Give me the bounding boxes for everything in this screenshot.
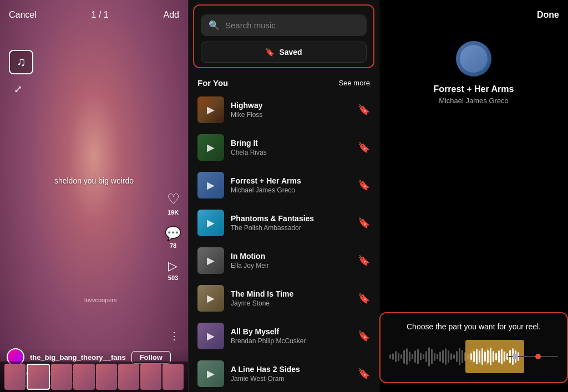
music-list-item[interactable]: ▶In MotionElla Joy Meir🔖 bbox=[189, 242, 379, 279]
bookmark-icon[interactable]: 🔖 bbox=[358, 368, 370, 380]
song-thumbnail: ▶ bbox=[197, 323, 224, 349]
avatar-inner bbox=[460, 45, 488, 73]
done-button[interactable]: Done bbox=[537, 10, 559, 20]
bookmark-icon[interactable]: 🔖 bbox=[358, 217, 370, 229]
edit-song-title: Forrest + Her Arms bbox=[434, 84, 514, 94]
music-note-icon: ♫ bbox=[17, 55, 26, 69]
song-title: All By Myself bbox=[231, 327, 351, 336]
waveform-container[interactable] bbox=[389, 340, 558, 373]
cancel-button[interactable]: Cancel bbox=[9, 10, 37, 20]
song-thumbnail: ▶ bbox=[197, 247, 224, 274]
song-thumbnail: ▶ bbox=[197, 285, 224, 312]
username: the_big_bang_theory__fans bbox=[30, 353, 126, 362]
song-title: The Mind Is Time bbox=[231, 289, 351, 298]
share-count: 503 bbox=[168, 274, 178, 281]
song-artist: Jayme Stone bbox=[231, 299, 351, 307]
song-artist: Ella Joy Meir bbox=[231, 262, 351, 269]
music-list: ▶HighwayMike Floss🔖▶Bring ItChela Rivas🔖… bbox=[189, 91, 379, 392]
comment-count: 78 bbox=[170, 242, 176, 249]
bookmark-icon[interactable]: 🔖 bbox=[358, 254, 370, 267]
search-bar[interactable]: 🔍 Search music bbox=[201, 14, 367, 36]
expand-arrows-icon: ⤢ bbox=[14, 83, 22, 95]
play-icon: ▶ bbox=[207, 179, 215, 191]
song-title: Highway bbox=[231, 101, 351, 110]
music-panel: 🔍 Search music 🔖 Saved For You See more … bbox=[189, 0, 379, 392]
song-info: In MotionElla Joy Meir bbox=[231, 252, 351, 269]
comment-action[interactable]: 💬 78 bbox=[165, 226, 181, 249]
waveform-track bbox=[508, 356, 558, 357]
song-thumbnail: ▶ bbox=[197, 134, 224, 161]
play-icon: ▶ bbox=[207, 217, 215, 229]
song-info: The Mind Is TimeJayme Stone bbox=[231, 289, 351, 307]
music-list-item[interactable]: ▶All By MyselfBrendan Philip McCusker🔖 bbox=[189, 317, 379, 355]
song-artist: Michael James Greco bbox=[231, 186, 351, 194]
edit-header: Done bbox=[379, 0, 568, 30]
filmstrip-thumb bbox=[163, 364, 184, 390]
bookmark-icon[interactable]: 🔖 bbox=[358, 141, 370, 154]
edit-song-artist: Michael James Greco bbox=[439, 96, 509, 105]
song-info: Forrest + Her ArmsMichael James Greco bbox=[231, 176, 351, 194]
play-icon: ▶ bbox=[207, 104, 215, 116]
share-icon: ▷ bbox=[168, 259, 178, 273]
filmstrip-thumb bbox=[96, 364, 117, 390]
song-thumbnail: ▶ bbox=[197, 360, 224, 387]
search-icon: 🔍 bbox=[209, 20, 220, 30]
song-title: Phantoms & Fantasies bbox=[231, 214, 351, 223]
music-list-item[interactable]: ▶A Line Has 2 SidesJamie West-Oram🔖 bbox=[189, 355, 379, 392]
video-header: Cancel 1 / 1 Add bbox=[0, 0, 188, 30]
comment-icon: 💬 bbox=[165, 226, 181, 241]
filmstrip-thumb bbox=[118, 364, 139, 390]
play-icon: ▶ bbox=[207, 141, 215, 154]
choose-text: Choose the part you want for your reel. bbox=[389, 322, 558, 331]
bookmark-icon[interactable]: 🔖 bbox=[358, 330, 370, 342]
like-action[interactable]: ♡ 19K bbox=[167, 191, 180, 216]
song-artist: Mike Floss bbox=[231, 111, 351, 119]
expand-icon[interactable]: ⤢ bbox=[9, 80, 27, 98]
song-title: In Motion bbox=[231, 252, 351, 261]
share-action[interactable]: ▷ 503 bbox=[168, 259, 178, 281]
song-info: Phantoms & FantasiesThe Polish Ambassado… bbox=[231, 214, 351, 232]
song-artist: Jamie West-Oram bbox=[231, 375, 351, 383]
filmstrip-thumb bbox=[140, 364, 161, 390]
like-count: 19K bbox=[168, 209, 179, 216]
heart-icon: ♡ bbox=[167, 191, 180, 208]
add-button[interactable]: Add bbox=[164, 10, 179, 20]
song-title: Forrest + Her Arms bbox=[231, 176, 351, 185]
music-search-section: 🔍 Search music 🔖 Saved bbox=[193, 4, 374, 68]
for-you-header: For You See more bbox=[189, 73, 379, 91]
see-more-link[interactable]: See more bbox=[339, 79, 370, 87]
play-icon: ▶ bbox=[207, 254, 215, 267]
filmstrip[interactable] bbox=[0, 362, 188, 392]
bookmark-icon[interactable]: 🔖 bbox=[358, 104, 370, 116]
section-title: For You bbox=[197, 78, 228, 88]
song-info: HighwayMike Floss bbox=[231, 101, 351, 119]
song-artist: The Polish Ambassador bbox=[231, 224, 351, 232]
music-list-item[interactable]: ▶Phantoms & FantasiesThe Polish Ambassad… bbox=[189, 204, 379, 242]
more-options-button[interactable]: ⋮ bbox=[169, 330, 179, 342]
waveform-end-handle[interactable] bbox=[535, 354, 541, 359]
saved-button[interactable]: 🔖 Saved bbox=[201, 42, 367, 63]
filmstrip-thumb bbox=[73, 364, 94, 390]
music-list-item[interactable]: ▶HighwayMike Floss🔖 bbox=[189, 91, 379, 129]
video-counter: 1 / 1 bbox=[92, 10, 109, 20]
choose-section: Choose the part you want for your reel. bbox=[379, 312, 568, 383]
song-thumbnail: ▶ bbox=[197, 210, 224, 236]
music-icon-box[interactable]: ♫ bbox=[9, 50, 33, 74]
music-list-item[interactable]: ▶Bring ItChela Rivas🔖 bbox=[189, 129, 379, 166]
song-info: All By MyselfBrendan Philip McCusker bbox=[231, 327, 351, 345]
music-list-item[interactable]: ▶Forrest + Her ArmsMichael James Greco🔖 bbox=[189, 166, 379, 204]
search-input[interactable]: Search music bbox=[225, 21, 276, 30]
video-overlay-text: sheldon you big weirdo bbox=[54, 176, 134, 185]
waveform-start-handle[interactable] bbox=[513, 354, 518, 359]
song-artist: Brendan Philip McCusker bbox=[231, 337, 351, 345]
video-watermark: luvvcoopers bbox=[84, 297, 117, 303]
filmstrip-thumb bbox=[51, 364, 72, 390]
video-panel: Cancel 1 / 1 Add ♫ ⤢ sheldon you big wei… bbox=[0, 0, 189, 392]
filmstrip-thumb bbox=[27, 364, 50, 390]
song-artist: Chela Rivas bbox=[231, 149, 351, 156]
music-list-item[interactable]: ▶The Mind Is TimeJayme Stone🔖 bbox=[189, 279, 379, 317]
bookmark-icon[interactable]: 🔖 bbox=[358, 292, 370, 304]
song-info: A Line Has 2 SidesJamie West-Oram bbox=[231, 365, 351, 383]
bookmark-icon[interactable]: 🔖 bbox=[358, 179, 370, 191]
song-info: Bring ItChela Rivas bbox=[231, 139, 351, 156]
